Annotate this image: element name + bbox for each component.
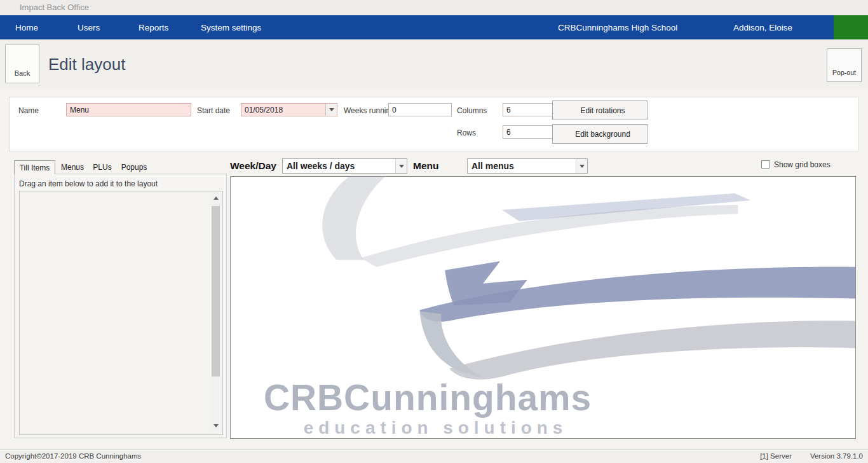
start-date-label: Start date xyxy=(197,106,230,115)
weekday-label: Week/Day xyxy=(230,160,276,172)
start-date-value: 01/05/2018 xyxy=(245,106,283,114)
avatar xyxy=(710,18,727,38)
window-title: Impact Back Office xyxy=(20,3,89,12)
announcements-button[interactable] xyxy=(834,15,868,39)
chevron-down-icon xyxy=(329,108,334,111)
copyright-text: Copyright©2017-2019 CRB Cunninghams xyxy=(5,452,141,460)
popout-label: Pop-out xyxy=(827,69,861,76)
rows-label: Rows xyxy=(457,128,476,137)
layout-settings-panel: Name Menu Start date 01/05/2018 Weeks ru… xyxy=(9,97,859,151)
scroll-down-button[interactable] xyxy=(211,421,220,431)
till-items-list xyxy=(19,191,223,435)
back-label: Back xyxy=(6,69,39,77)
user-name: Addison, Eloise xyxy=(733,23,792,32)
user-menu[interactable]: Addison, Eloise xyxy=(710,15,792,39)
restore-button[interactable] xyxy=(824,3,832,12)
edit-background-button[interactable]: Edit background xyxy=(552,124,648,144)
monitor-icon xyxy=(5,2,17,13)
start-date-input[interactable]: 01/05/2018 xyxy=(241,103,337,116)
columns-input[interactable]: 6 xyxy=(503,103,557,116)
chevron-up-icon xyxy=(214,197,219,200)
school-name: CRBCunninghams High School xyxy=(558,23,677,32)
back-button[interactable]: Back xyxy=(5,45,39,83)
show-grid-boxes-checkbox[interactable] xyxy=(761,160,770,169)
date-dropdown-button[interactable] xyxy=(325,104,337,116)
chevron-down-icon xyxy=(214,424,219,427)
nav-item-users[interactable]: Users xyxy=(71,15,100,39)
chevron-down-icon xyxy=(399,165,404,168)
tab-popups[interactable]: Popups xyxy=(118,161,150,174)
weekday-dropdown[interactable]: All weeks / days xyxy=(282,158,407,174)
grid-items-layer xyxy=(231,177,855,438)
nav-item-home[interactable]: Home xyxy=(9,15,38,39)
title-bar: Impact Back Office xyxy=(0,0,868,15)
version-text: Version 3.79.1.0 xyxy=(810,452,863,460)
name-input[interactable]: Menu xyxy=(66,103,191,116)
main-navbar: Home Users Reports System settings CRBCu… xyxy=(0,15,868,39)
edit-background-label: Edit background xyxy=(575,130,630,139)
rows-input[interactable]: 6 xyxy=(503,125,557,139)
back-chevron-icon xyxy=(6,50,39,69)
scrollbar-thumb[interactable] xyxy=(212,206,220,377)
name-label: Name xyxy=(18,106,39,115)
tab-plus[interactable]: PLUs xyxy=(90,161,114,174)
menu-dropdown[interactable]: All menus xyxy=(467,158,588,174)
server-status: [1] Server xyxy=(760,452,792,460)
list-scrollbar[interactable] xyxy=(211,193,220,431)
nav-item-reports[interactable]: Reports xyxy=(132,15,168,39)
layout-grid: CRBCunninghams education solutions xyxy=(230,176,856,439)
columns-label: Columns xyxy=(457,106,487,115)
edit-rotations-button[interactable]: Edit rotations xyxy=(552,100,648,120)
popout-icon xyxy=(827,53,861,68)
nav-label: Reports xyxy=(139,23,168,32)
tab-menus[interactable]: Menus xyxy=(58,161,86,174)
tab-till-items[interactable]: Till Items xyxy=(14,160,55,174)
menu-dropdown-button[interactable] xyxy=(576,159,587,173)
weeks-running-input[interactable]: 0 xyxy=(388,103,452,116)
nav-label: System settings xyxy=(201,23,261,32)
chevron-down-icon xyxy=(580,165,585,168)
weekday-dropdown-button[interactable] xyxy=(395,159,407,173)
nav-label: Users xyxy=(78,23,100,32)
weekday-value: All weeks / days xyxy=(287,161,355,171)
impact-back-office-window: Impact Back Office Home Users Reports Sy… xyxy=(0,0,868,463)
menu-filter-label: Menu xyxy=(413,160,438,172)
popout-button[interactable]: Pop-out xyxy=(827,48,862,82)
edit-rotations-label: Edit rotations xyxy=(580,106,625,115)
scroll-up-button[interactable] xyxy=(211,193,220,203)
nav-label: Home xyxy=(15,23,38,32)
page-title: Edit layout xyxy=(48,55,125,74)
weeks-running-label: Weeks running xyxy=(344,106,395,115)
page-header: Back Edit layout Pop-out xyxy=(0,39,868,89)
nav-item-system-settings[interactable]: System settings xyxy=(194,15,261,39)
show-grid-boxes-label: Show grid boxes xyxy=(774,160,831,169)
drag-hint-text: Drag an item below to add it to the layo… xyxy=(19,179,158,188)
menu-filter-value: All menus xyxy=(471,161,514,171)
close-button[interactable] xyxy=(851,3,860,12)
minimize-button[interactable] xyxy=(796,3,804,12)
school-selector[interactable]: CRBCunninghams High School xyxy=(552,15,677,39)
status-bar: Copyright©2017-2019 CRB Cunninghams [1] … xyxy=(0,449,868,463)
